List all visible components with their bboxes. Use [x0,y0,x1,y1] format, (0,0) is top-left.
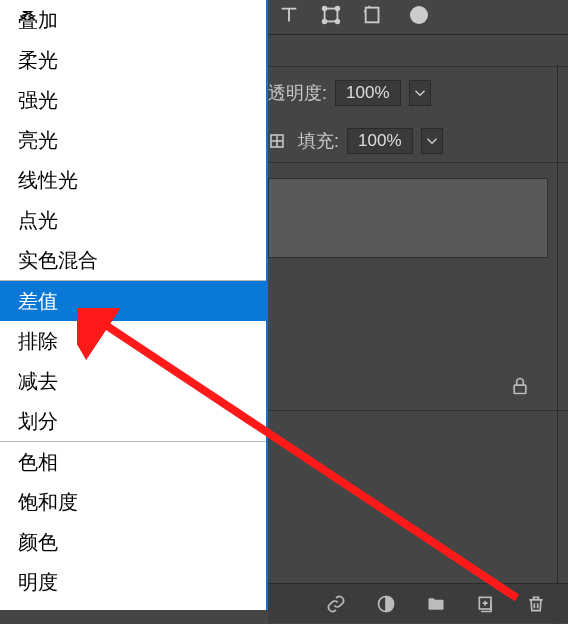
menu-item-hue[interactable]: 色相 [0,442,266,482]
menu-item-difference[interactable]: 差值 [0,281,266,321]
menu-group: 差值 排除 减去 划分 [0,281,266,442]
fill-label: 填充: [298,129,339,153]
menu-item-subtract[interactable]: 减去 [0,361,266,401]
svg-point-1 [323,7,327,11]
menu-item-vividlight[interactable]: 亮光 [0,120,266,160]
link-icon[interactable] [326,594,346,614]
svg-point-3 [323,20,327,24]
layer-row[interactable] [268,178,548,258]
menu-item-overlay[interactable]: 叠加 [0,0,266,40]
menu-item-pinlight[interactable]: 点光 [0,200,266,240]
folder-icon[interactable] [426,594,446,614]
fill-field: 填充: 100% [268,128,548,154]
menu-item-divide[interactable]: 划分 [0,401,266,441]
menu-item-linearlight[interactable]: 线性光 [0,160,266,200]
new-layer-icon[interactable] [476,594,496,614]
menu-group: 色相 饱和度 颜色 明度 [0,442,266,602]
transform-icon[interactable] [320,4,342,26]
top-toolbar [278,4,428,26]
menu-item-hardmix[interactable]: 实色混合 [0,240,266,280]
menu-item-luminosity[interactable]: 明度 [0,562,266,602]
chevron-down-icon [423,132,441,150]
opacity-value[interactable]: 100% [335,80,400,106]
chevron-down-icon [411,84,429,102]
menu-item-saturation[interactable]: 饱和度 [0,482,266,522]
svg-point-2 [336,7,340,11]
opacity-label: 透明度: [268,81,327,105]
type-tool-icon[interactable] [278,4,300,26]
fill-dropdown-button[interactable] [421,128,443,154]
menu-item-color[interactable]: 颜色 [0,522,266,562]
menu-item-softlight[interactable]: 柔光 [0,40,266,80]
artboard-icon[interactable] [362,4,384,26]
svg-point-4 [336,20,340,24]
layers-bottom-toolbar [268,583,568,623]
blend-mode-dropdown: 叠加 柔光 强光 亮光 线性光 点光 实色混合 差值 排除 减去 划分 色相 饱… [0,0,268,610]
menu-item-exclusion[interactable]: 排除 [0,321,266,361]
layers-panel: 透明度: 100% 填充: 100% [268,0,568,624]
lock-icon[interactable] [510,376,530,396]
fx-mask-icon[interactable] [376,594,396,614]
svg-rect-7 [514,385,526,393]
menu-item-hardlight[interactable]: 强光 [0,80,266,120]
option-toggle[interactable] [410,6,428,24]
lock-pixels-icon[interactable] [268,132,286,150]
menu-group: 叠加 柔光 强光 亮光 线性光 点光 实色混合 [0,0,266,281]
opacity-dropdown-button[interactable] [409,80,431,106]
trash-icon[interactable] [526,594,546,614]
svg-rect-5 [366,8,379,23]
opacity-field: 透明度: 100% [268,80,548,106]
fill-value[interactable]: 100% [347,128,412,154]
